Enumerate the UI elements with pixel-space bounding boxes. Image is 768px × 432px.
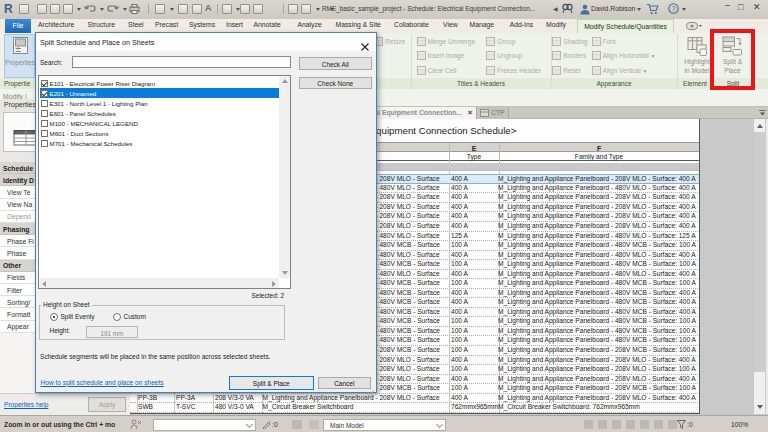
svg-text:?: ?: [671, 4, 675, 13]
